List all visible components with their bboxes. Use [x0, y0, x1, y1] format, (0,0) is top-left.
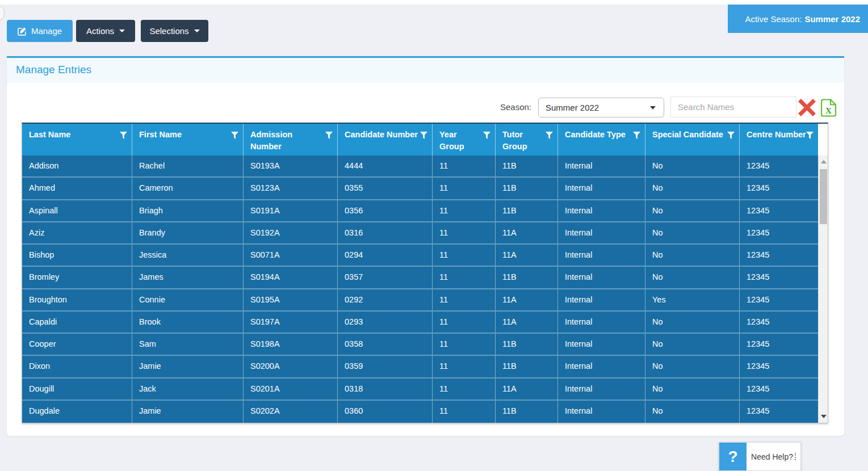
table-cell: 12345: [740, 289, 818, 310]
season-select[interactable]: Summer 2022: [538, 98, 664, 117]
table-cell: S0071A: [244, 245, 338, 266]
table-cell: 11: [433, 312, 496, 333]
filter-funnel-icon[interactable]: [420, 131, 427, 142]
season-filter-label: Season:: [488, 102, 531, 112]
table-cell: Internal: [558, 222, 645, 243]
column-header[interactable]: Candidate Type: [558, 124, 645, 155]
edit-pencil-icon: [18, 27, 27, 36]
table-cell: S0201A: [244, 379, 338, 399]
table-cell: 0360: [338, 401, 433, 423]
table-cell: No: [645, 200, 740, 221]
column-header[interactable]: Candidate Number: [338, 124, 433, 155]
table-cell: Internal: [558, 155, 645, 176]
column-header[interactable]: Year Group: [433, 124, 496, 155]
table-cell: 11B: [496, 267, 558, 288]
filter-funnel-icon[interactable]: [325, 131, 333, 142]
table-row[interactable]: AzizBrandyS0192A03161111AInternalNo12345: [22, 222, 818, 245]
table-cell: Jamie: [132, 401, 244, 423]
filter-funnel-icon[interactable]: [806, 131, 814, 142]
column-header[interactable]: Centre Number: [740, 124, 818, 155]
table-cell: Dougill: [22, 379, 132, 399]
filter-funnel-icon[interactable]: [120, 131, 127, 142]
column-header[interactable]: Special Candidate: [645, 124, 740, 155]
table-row[interactable]: DixonJamieS0200A03591111BInternalNo12345: [22, 356, 818, 378]
table-cell: Ahmed: [22, 178, 132, 199]
scrollbar-thumb[interactable]: [820, 169, 827, 224]
column-header[interactable]: Admission Number: [244, 124, 338, 155]
selections-dropdown-button[interactable]: Selections: [141, 20, 208, 42]
table-cell: 0318: [338, 379, 433, 399]
filter-funnel-icon[interactable]: [546, 131, 553, 142]
excel-export-icon[interactable]: X: [821, 99, 837, 117]
table-cell: No: [645, 401, 740, 423]
table-cell: 11B: [496, 356, 558, 377]
edge-artifact: [0, 6, 5, 20]
table-cell: S0194A: [244, 267, 338, 288]
table-row[interactable]: CapaldiBrookS0197A02931111AInternalNo123…: [22, 312, 818, 334]
table-row[interactable]: BroughtonConnieS0195A02921111AInternalYe…: [22, 289, 818, 312]
vertical-scrollbar[interactable]: [818, 155, 828, 423]
filter-funnel-icon[interactable]: [727, 131, 735, 142]
scroll-up-icon[interactable]: [819, 158, 828, 166]
table-cell: No: [645, 178, 740, 199]
table-cell: S0195A: [244, 289, 338, 310]
column-header[interactable]: Tutor Group: [496, 124, 558, 155]
active-season-label: Active Season:: [745, 14, 802, 24]
table-cell: 11A: [496, 222, 558, 243]
table-row[interactable]: AspinallBriaghS0191A03561111BInternalNo1…: [22, 200, 818, 222]
table-cell: S0197A: [244, 312, 338, 333]
top-strip: [0, 0, 868, 5]
table-cell: 12345: [740, 267, 818, 288]
table-cell: S0123A: [244, 178, 338, 199]
table-cell: Dixon: [22, 356, 132, 377]
search-names-input[interactable]: [670, 96, 796, 117]
table-cell: No: [645, 356, 740, 377]
column-header[interactable]: First Name: [132, 124, 244, 155]
table-cell: 11: [433, 334, 496, 355]
table-row[interactable]: DougillJackS0201A03181111AInternalNo1234…: [22, 379, 818, 401]
table-cell: Aziz: [22, 222, 132, 243]
table-cell: 12345: [740, 356, 818, 377]
table-cell: Jessica: [132, 245, 244, 266]
filter-funnel-icon[interactable]: [231, 131, 238, 142]
table-cell: S0192A: [244, 222, 338, 243]
table-row[interactable]: DugdaleJamieS0202A03601111BInternalNo123…: [22, 401, 818, 423]
table-cell: Briagh: [132, 200, 244, 221]
table-cell: 12345: [740, 178, 818, 199]
column-header[interactable]: Last Name: [22, 124, 132, 155]
table-cell: Capaldi: [22, 312, 132, 333]
table-row[interactable]: BromleyJamesS0194A03571111BInternalNo123…: [22, 267, 818, 289]
table-cell: 0356: [338, 200, 433, 221]
table-cell: Broughton: [22, 289, 132, 310]
filter-funnel-icon[interactable]: [483, 131, 490, 142]
actions-dropdown-button[interactable]: Actions: [76, 20, 135, 42]
table-cell: Internal: [558, 289, 645, 310]
table-cell: 11: [433, 401, 496, 423]
table-cell: No: [645, 267, 740, 288]
page-title: Manage Entries: [16, 64, 91, 76]
need-help-widget[interactable]: ? Need Help?: [719, 442, 801, 471]
table-cell: No: [645, 312, 740, 333]
scroll-down-icon[interactable]: [819, 413, 828, 420]
table-cell: 4444: [338, 155, 433, 176]
table-row[interactable]: AddisonRachelS0193A44441111BInternalNo12…: [22, 155, 818, 178]
table-cell: 12345: [740, 245, 818, 266]
table-cell: Internal: [558, 356, 645, 377]
active-season-banner: Active Season: Summer 2022: [728, 5, 868, 33]
season-select-value: Summer 2022: [546, 103, 599, 112]
caret-down-icon: [119, 30, 125, 32]
clear-search-icon[interactable]: [798, 99, 816, 116]
manage-button[interactable]: Manage: [7, 20, 73, 42]
text-cursor: [795, 453, 796, 460]
question-mark-icon[interactable]: ?: [719, 443, 747, 470]
table-cell: No: [645, 379, 740, 399]
table-row[interactable]: AhmedCameronS0123A03551111BInternalNo123…: [22, 178, 818, 200]
entries-table: Last NameFirst NameAdmission NumberCandi…: [22, 123, 828, 423]
filter-funnel-icon[interactable]: [633, 131, 640, 142]
table-row[interactable]: BishopJessicaS0071A02941111AInternalNo12…: [22, 245, 818, 267]
table-row[interactable]: CooperSamS0198A03581111BInternalNo12345: [22, 334, 818, 356]
column-header-label: Candidate Number: [345, 129, 420, 141]
table-cell: Connie: [132, 289, 244, 310]
manage-entries-page: Manage Actions Selections Active Season:…: [0, 0, 868, 471]
table-cell: 11: [433, 155, 496, 176]
